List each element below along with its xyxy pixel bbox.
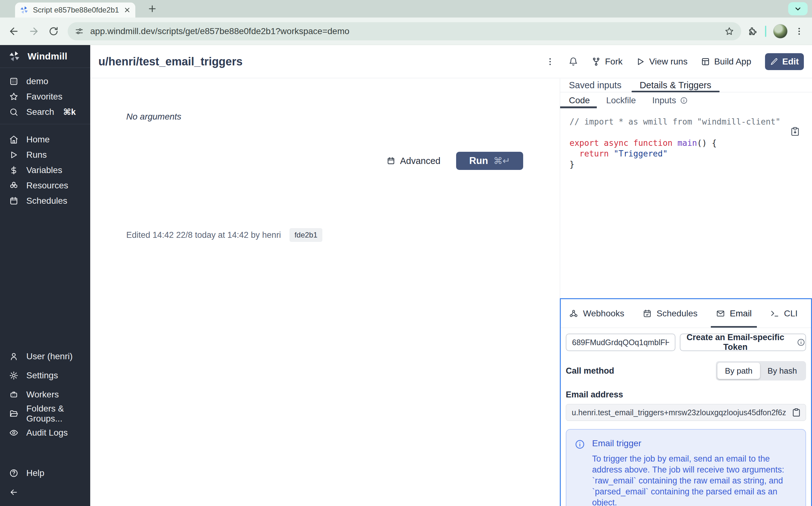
tab-email-trigger[interactable]: Email <box>716 299 752 328</box>
code-keyword: function <box>633 138 678 148</box>
trigger-tabs: Webhooks Schedules Email CLI <box>561 299 811 328</box>
tab-schedules-trigger[interactable]: Schedules <box>642 299 698 328</box>
sidebar-item-workspace[interactable]: demo <box>0 74 90 89</box>
profile-avatar[interactable] <box>773 24 788 38</box>
extensions-puzzle-icon[interactable] <box>747 26 758 36</box>
tab-cli[interactable]: CLI <box>770 299 798 328</box>
sidebar-item-favorites[interactable]: Favorites <box>0 89 90 104</box>
windmill-favicon-icon <box>19 5 29 15</box>
sidebar-item-folders-groups[interactable]: Folders & Groups... <box>0 404 90 423</box>
copy-code-icon[interactable] <box>790 126 800 137</box>
user-icon <box>9 352 18 361</box>
subtab-label: Lockfile <box>606 95 636 105</box>
browser-tab[interactable]: Script e857be88e0fde2b1 | W <box>15 2 135 17</box>
sidebar-item-label: Folders & Groups... <box>26 404 81 424</box>
address-bar[interactable]: app.windmill.dev/scripts/get/e857be88e0f… <box>68 22 741 40</box>
sidebar-item-label: Variables <box>26 165 62 175</box>
subtab-lockfile[interactable]: Lockfile <box>606 92 636 108</box>
info-icon <box>680 96 688 104</box>
edit-label: Edit <box>782 57 799 67</box>
edited-info: Edited 14:42 22/8 today at 14:42 by henr… <box>126 230 281 240</box>
sidebar-nav-group: Home Runs Variables Resources Schedules <box>0 124 90 213</box>
workspace-grid-icon <box>9 77 18 86</box>
calendar-check-icon <box>642 309 652 318</box>
email-address-input[interactable] <box>566 404 806 421</box>
calendar-icon <box>9 196 18 205</box>
sidebar-item-resources[interactable]: Resources <box>0 178 90 193</box>
sidebar-item-user[interactable]: User (henri) <box>0 347 90 366</box>
no-arguments-text: No arguments <box>126 112 181 122</box>
url-text[interactable]: app.windmill.dev/scripts/get/e857be88e0f… <box>90 26 718 36</box>
tab-details-triggers[interactable]: Details & Triggers <box>640 79 712 92</box>
tab-search-chevron-button[interactable] <box>788 2 808 15</box>
edit-button[interactable]: Edit <box>765 53 804 70</box>
build-app-button[interactable]: Build App <box>701 57 751 67</box>
info-box-body: To trigger the job by email, send an ema… <box>592 453 795 506</box>
run-button[interactable]: Run ⌘↵ <box>456 152 523 170</box>
mail-icon <box>716 309 725 318</box>
sidebar-brand[interactable]: Windmill <box>0 45 90 68</box>
call-method-toggle: By path By hash <box>716 361 806 381</box>
pencil-icon <box>770 58 778 66</box>
sidebar: Windmill demo Favorites Search ⌘k <box>0 45 90 506</box>
sidebar-item-workers[interactable]: Workers <box>0 385 90 404</box>
sidebar-item-runs[interactable]: Runs <box>0 147 90 162</box>
site-settings-icon[interactable] <box>75 26 84 36</box>
advanced-label: Advanced <box>400 156 441 166</box>
sidebar-item-label: Audit Logs <box>26 428 68 438</box>
subtab-code[interactable]: Code <box>569 92 590 108</box>
sidebar-workspace-group: demo Favorites Search ⌘k <box>0 68 90 124</box>
tab-saved-inputs[interactable]: Saved inputs <box>569 79 621 92</box>
sidebar-item-variables[interactable]: Variables <box>0 162 90 178</box>
advanced-button[interactable]: Advanced <box>387 156 441 166</box>
subtab-label: Code <box>569 95 590 105</box>
sidebar-item-label: Workers <box>26 390 59 400</box>
by-hash-option[interactable]: By hash <box>760 363 805 379</box>
browser-menu-icon[interactable] <box>795 26 804 36</box>
new-tab-icon[interactable] <box>147 4 157 14</box>
back-icon[interactable] <box>8 26 19 37</box>
sidebar-item-label: Settings <box>26 370 58 381</box>
robot-icon <box>9 390 18 399</box>
help-icon <box>9 469 18 478</box>
windmill-logo-icon <box>8 50 21 63</box>
sidebar-item-settings[interactable]: Settings <box>0 366 90 385</box>
by-path-option[interactable]: By path <box>718 363 760 379</box>
forward-icon[interactable] <box>28 26 40 37</box>
cubes-icon <box>9 181 18 190</box>
sidebar-item-label: Search <box>26 107 54 117</box>
sidebar-item-help[interactable]: Help <box>0 463 90 483</box>
more-menu-icon[interactable] <box>545 57 555 67</box>
sidebar-collapse-button[interactable] <box>0 483 90 502</box>
bookmark-star-icon[interactable] <box>724 26 734 36</box>
star-icon <box>9 92 18 101</box>
build-app-label: Build App <box>714 57 751 67</box>
email-trigger-info-box: Email trigger To trigger the job by emai… <box>566 429 806 506</box>
reload-icon[interactable] <box>48 26 59 36</box>
info-icon <box>574 439 585 506</box>
script-hash-badge[interactable]: fde2b1 <box>289 228 322 242</box>
sidebar-item-home[interactable]: Home <box>0 132 90 147</box>
view-runs-button[interactable]: View runs <box>635 57 687 67</box>
token-input[interactable] <box>566 334 675 351</box>
tab-close-icon[interactable] <box>123 6 131 14</box>
code-keyword: return <box>569 149 614 158</box>
brand-name: Windmill <box>27 51 67 62</box>
by-hash-label: By hash <box>767 366 797 376</box>
sidebar-item-search[interactable]: Search ⌘k <box>0 104 90 119</box>
fork-button[interactable]: Fork <box>592 57 622 67</box>
browser-toolbar: app.windmill.dev/scripts/get/e857be88e0f… <box>0 17 812 45</box>
info-box-title: Email trigger <box>592 438 795 448</box>
create-email-token-button[interactable]: Create an Email-specific Token <box>680 334 806 351</box>
run-form-area: No arguments Advanced Run ⌘↵ Edited 14:4… <box>90 79 560 506</box>
trigger-tab-label: Email <box>730 309 752 319</box>
triggers-panel: Webhooks Schedules Email CLI Create an E… <box>560 298 812 506</box>
by-path-label: By path <box>725 366 752 376</box>
browser-tab-strip: Script e857be88e0fde2b1 | W <box>0 0 812 17</box>
sidebar-item-schedules[interactable]: Schedules <box>0 193 90 208</box>
copy-email-icon[interactable] <box>792 408 801 417</box>
subtab-inputs[interactable]: Inputs <box>652 92 688 108</box>
bell-icon[interactable] <box>568 57 578 67</box>
tab-webhooks[interactable]: Webhooks <box>569 299 624 328</box>
sidebar-item-audit-logs[interactable]: Audit Logs <box>0 423 90 442</box>
